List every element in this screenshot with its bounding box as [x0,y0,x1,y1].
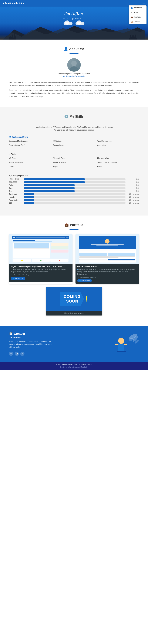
portfolio-card-1-info: Project - Software Engineering Fundament… [9,264,72,282]
svg-point-8 [71,61,77,66]
lang-bar-bg [24,199,126,201]
lang-bar-bg [24,193,126,195]
portfolio-section-icon: 💼 [64,223,69,227]
hero-content: I'm Alfian. a programmer. [63,11,84,25]
about-section: 👤 About Me Software Engineer | Computer … [0,40,148,107]
tool-item: Microsoft Excel [53,157,95,160]
project1-desc: ℹ Create website using HTML, CSS and Jav… [11,268,71,273]
portfolio-card-2: Project - Alfian's Portfolio ℹ Create we… [76,234,139,284]
skill-item: Banner Design [53,144,95,147]
menu-portfolio-label: Portfolio [134,16,141,18]
lang-bar-bg [24,202,126,204]
navbar-brand: Alfian Nurhuda Putra [3,2,24,4]
lang-bar-fill [24,178,85,180]
skill-item: Computer Maintenance [9,140,51,142]
lang-pct: 50% [127,190,139,192]
lang-label: SQL [9,202,22,204]
menu-item-portfolio[interactable]: 💼 Portfolio [129,15,146,20]
skills-icon: ⚙ [131,12,132,14]
skills-section-icon: ⚙️ [64,114,68,118]
svg-rect-17 [124,344,127,345]
lang-bar-bg [24,181,126,183]
skill-item: Administration Staff [9,144,51,147]
menu-item-about[interactable]: 👤 About Me [129,6,146,10]
language-bars: HTML,HTML5 60% CSS,CSS3 60% Python 50% J… [9,178,139,204]
lang-label: Java [9,187,22,189]
portfolio-card-1: Project - Software Engineering Fundament… [9,234,72,284]
svg-point-14 [118,338,124,344]
lang-bar-fill [24,190,75,192]
thumb-inner-2 [78,236,136,262]
lang-pct: 50% [127,187,139,189]
website-link-icon: 🌐 [12,278,14,279]
lang-bar-fill [24,193,34,195]
lang-bar-fill [24,184,75,186]
project1-website-link[interactable]: 🌐 Website Link [11,277,25,280]
coming-soon-badge: ComingSOON [60,292,84,306]
tools-grid: VS Code Microsoft Excel Microsoft Word A… [9,157,139,168]
contact-title-icon: 📋 [9,332,13,336]
contact-inner: 📋 Contact Get in touch Want to ask somet… [9,332,139,356]
menu-item-contact[interactable]: 📋 Contact [129,20,146,24]
professional-skills-section: 👤 Professional Skills Computer Maintenan… [9,136,139,147]
tools-title: ✂ Tools [9,153,139,155]
lang-label: Node.js [9,196,22,198]
lang-row: CSS,CSS3 60% [9,181,139,183]
lang-bar-fill [24,181,85,183]
menu-contact-label: Contact [134,20,140,23]
lang-label: CSS,CSS3 [9,181,22,183]
contact-section: 📋 Contact Get in touch Want to ask somet… [0,326,148,362]
contact-illustration [109,334,139,354]
portfolio-divider [70,229,78,230]
lang-label: JavaScript [9,193,22,195]
tools-section: ✂ Tools VS Code Microsoft Excel Microsof… [9,153,139,168]
professional-icon: 👤 [9,136,11,138]
linkedin-icon-btn[interactable]: in [20,352,24,356]
about-para1: Hello, welcome to my portfolio website. … [9,81,139,87]
lang-row: C++ 50% [9,190,139,192]
portfolio-icon: 💼 [131,16,133,18]
about-cv[interactable]: My CV : cv.alfianNurhudaputra [63,75,85,77]
tool-item: Vegas Creative Software [97,161,139,164]
cv-link[interactable]: cv.alfianNurhudaputra [69,75,85,77]
lang-bar-fill [24,199,34,201]
hero-greeting: I'm Alfian. [63,11,84,16]
menu-item-skills[interactable]: ⚙ Skills [129,10,146,15]
hero-section: I'm Alfian. a programmer. [0,6,148,40]
lang-row: Node.js 10% Learning [9,196,139,198]
hero-sub: a programmer. [63,17,84,20]
skills-title: ⚙️ My Skills [9,114,139,118]
project2-desc: ℹ Create website using HTML, CSS and als… [77,268,137,275]
lang-bar-bg [24,190,126,192]
coming-soon-card: ComingSOON ! More projects coming soon..… [46,287,102,316]
lang-pct: 10% Learning [127,196,139,198]
about-role: Software Engineer | Computer Technician [58,73,90,74]
tool-item: Microsoft Word [97,157,139,160]
languages-title: </> Languages Skills [9,174,139,177]
coming-soon-row: ComingSOON ! More projects coming soon..… [9,287,139,316]
project2-website-link[interactable]: 🌐 Website Link [77,279,92,282]
tool-item: Figma [53,165,95,168]
svg-rect-15 [118,344,124,351]
project2-title: Project - Alfian's Portfolio [77,266,137,268]
hamburger-button[interactable]: ☰ [142,2,145,5]
portfolio-card-2-info: Project - Alfian's Portfolio ℹ Create we… [76,264,139,284]
contact-icon: 📋 [131,21,133,23]
tool-item: Adobe Illustrator [53,161,95,164]
portfolio-thumb-2 [76,234,139,264]
email-icon-btn[interactable]: ✉ [9,352,13,356]
exclamation-mark: ! [85,294,88,303]
lang-bar-bg [24,184,126,186]
lang-row: HTML,HTML5 60% [9,178,139,180]
github-icon-btn[interactable] [14,352,19,356]
portfolio-title: 💼 Portfolio [9,223,139,227]
lang-label: C++ [9,190,22,192]
project1-tech: </> HTML, CSS and JavaScript [11,274,71,276]
lang-bar-bg [24,187,126,189]
footer-credit: Created by Alfian with love and JavaScri… [2,366,146,368]
lang-label: Python [9,184,22,186]
professional-skills-grid: Computer Maintenance PC Builder Web Deve… [9,140,139,147]
hero-clouds [63,22,84,25]
svg-rect-16 [115,344,118,345]
mountains-svg [3,25,145,40]
